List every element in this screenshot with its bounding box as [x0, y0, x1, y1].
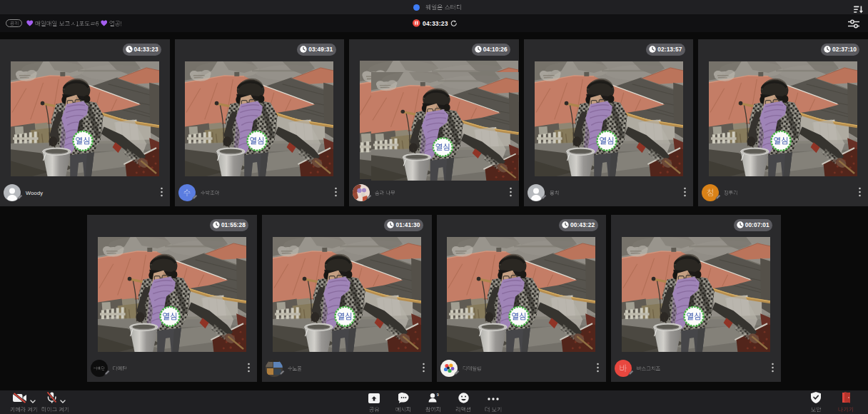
svg-text:9: 9 — [436, 393, 438, 397]
